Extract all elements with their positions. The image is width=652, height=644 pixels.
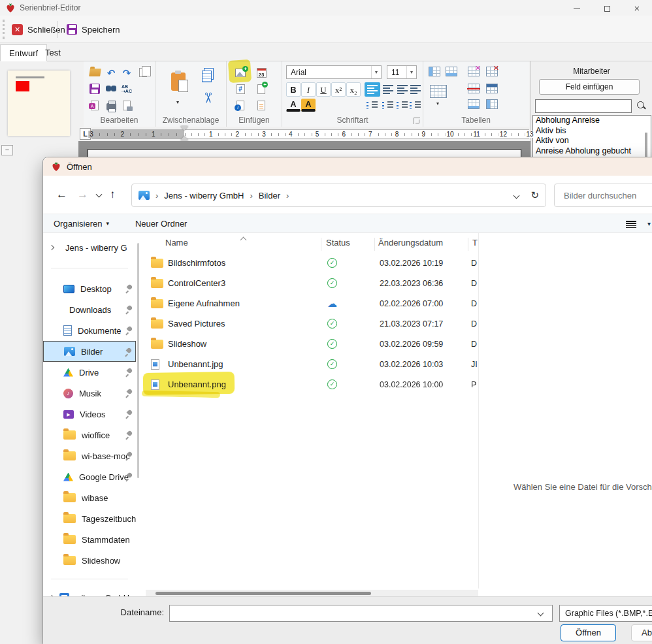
paste-dropdown[interactable]: ▾ bbox=[172, 98, 183, 106]
superscript-button[interactable]: x² bbox=[331, 82, 346, 97]
back-button[interactable]: ← bbox=[56, 188, 67, 201]
sidebar-item-drive[interactable]: Drive bbox=[43, 362, 136, 383]
organize-menu[interactable]: Organisieren ▾ bbox=[54, 219, 109, 229]
close-window-button[interactable]: × bbox=[622, 0, 652, 17]
save-button[interactable]: Speichern bbox=[63, 20, 124, 39]
cut-button[interactable]: ✂ bbox=[199, 89, 217, 107]
sidebar-item-wibase[interactable]: wibase bbox=[43, 487, 136, 508]
filetype-combo[interactable]: Graphic Files (*.BMP,*.EMF bbox=[559, 605, 652, 622]
print-preview-button[interactable] bbox=[120, 98, 134, 112]
cancel-button[interactable]: Abbrechen bbox=[631, 624, 652, 641]
tab-test[interactable]: Test bbox=[37, 44, 69, 61]
maximize-button[interactable] bbox=[592, 0, 622, 17]
sidebar-scrollbar[interactable] bbox=[137, 243, 139, 478]
sidebar-item-videos[interactable]: Videos bbox=[43, 404, 136, 425]
subscript-button[interactable]: x₂ bbox=[346, 82, 361, 97]
sidebar-item-wiberry-gmbh[interactable]: wiberry GmbH bbox=[43, 587, 136, 596]
font-name-combo[interactable]: Arial ▾ bbox=[286, 65, 382, 79]
filename-input[interactable] bbox=[169, 605, 553, 622]
copy-button[interactable] bbox=[199, 67, 217, 84]
sidebar-item-bilder[interactable]: Bilder bbox=[43, 341, 136, 362]
insert-image-button[interactable] bbox=[233, 65, 248, 80]
field-list-item-anreise-abholung-gebucht[interactable]: Anreise Abholung gebucht bbox=[533, 146, 651, 157]
file-row-slideshow[interactable]: Slideshow03.02.2026 09:59D bbox=[146, 334, 478, 354]
bold-button[interactable]: B bbox=[286, 82, 301, 97]
delete-column-button[interactable]: ✕ bbox=[468, 67, 480, 76]
sidebar-item-wi-base-moc[interactable]: wi-base-moc bbox=[43, 445, 136, 466]
column-header-status[interactable]: Status bbox=[326, 238, 350, 248]
fields-list-scrollbar[interactable] bbox=[645, 133, 647, 160]
insert-page-button[interactable] bbox=[254, 82, 269, 96]
insert-column-left-button[interactable] bbox=[429, 67, 440, 76]
print-button[interactable] bbox=[104, 98, 118, 112]
insert-info-button[interactable] bbox=[233, 98, 248, 112]
open-button-dialog[interactable]: Öffnen bbox=[561, 624, 616, 641]
field-search-input[interactable] bbox=[535, 99, 632, 113]
toolbar-grip[interactable] bbox=[3, 20, 5, 39]
italic-button[interactable]: I bbox=[301, 82, 316, 97]
insert-date-button[interactable]: 23 bbox=[254, 65, 269, 80]
font-name-dropdown-icon[interactable]: ▾ bbox=[371, 66, 381, 78]
sidebar-item-slideshow[interactable]: Slideshow bbox=[43, 550, 136, 571]
sidebar-item-musik[interactable]: Musik bbox=[43, 383, 136, 404]
align-justify-button[interactable] bbox=[408, 82, 423, 97]
font-color-button[interactable]: A bbox=[286, 99, 301, 112]
font-dialog-launcher-icon[interactable] bbox=[414, 118, 420, 124]
bullet-list-button[interactable] bbox=[380, 99, 396, 113]
font-size-combo[interactable]: 11 ▾ bbox=[387, 65, 417, 79]
insert-number-button[interactable]: # bbox=[233, 82, 248, 96]
delete-table-button[interactable]: ✕ bbox=[486, 67, 498, 76]
close-editor-button[interactable]: ✕ Schließen bbox=[8, 20, 69, 39]
view-mode-icon[interactable] bbox=[626, 221, 636, 228]
page-thumbnail[interactable] bbox=[8, 71, 70, 136]
undo-button[interactable]: ↶ bbox=[104, 65, 118, 80]
field-list-item-aktiv-von[interactable]: Aktiv von bbox=[533, 136, 651, 146]
file-row-controlcenter3[interactable]: ControlCenter322.03.2023 06:36D bbox=[146, 273, 478, 293]
first-line-indent-marker[interactable] bbox=[180, 126, 188, 131]
sidebar-item-google-drive[interactable]: Google Drive bbox=[43, 466, 136, 487]
sidebar-item-desktop[interactable]: Desktop bbox=[43, 278, 136, 299]
highlight-color-button[interactable]: A bbox=[301, 99, 316, 112]
file-row-unbenannt-png[interactable]: Unbenannt.png03.02.2026 10:00P bbox=[146, 374, 478, 394]
insert-table-button[interactable] bbox=[430, 85, 447, 98]
insert-textblock-button[interactable] bbox=[254, 98, 269, 112]
export-pdf-button[interactable] bbox=[88, 98, 102, 112]
breadcrumb-item-onedrive[interactable]: Jens - wiberry GmbH bbox=[164, 191, 244, 201]
duplicate-page-button[interactable] bbox=[136, 65, 150, 80]
file-row-saved-pictures[interactable]: Saved Pictures21.03.2023 07:17D bbox=[146, 314, 478, 334]
underline-button[interactable]: U bbox=[316, 82, 331, 97]
save-document-button[interactable] bbox=[88, 82, 102, 96]
document-page-edge[interactable] bbox=[88, 149, 521, 157]
table-header-button[interactable] bbox=[486, 84, 498, 93]
breadcrumb-bar[interactable]: › Jens - wiberry GmbH › Bilder › ↻ bbox=[131, 184, 546, 207]
horizontal-scrollbar-thumb[interactable] bbox=[155, 592, 371, 595]
column-header-typ[interactable]: T bbox=[472, 238, 478, 248]
paste-button[interactable] bbox=[169, 71, 188, 93]
file-row-eigene-aufnahmen[interactable]: Eigene Aufnahmen02.02.2026 07:00D bbox=[146, 293, 478, 314]
split-cells-button[interactable] bbox=[468, 99, 480, 109]
refresh-icon[interactable]: ↻ bbox=[530, 189, 539, 201]
field-list-item-abholung-anreise[interactable]: Abholung Anreise bbox=[533, 116, 651, 126]
search-magnifier-icon[interactable] bbox=[636, 101, 647, 111]
merge-cells-button[interactable] bbox=[486, 99, 498, 109]
column-header-date[interactable]: Änderungsdatum bbox=[378, 238, 443, 248]
decrease-indent-button[interactable] bbox=[408, 99, 423, 113]
breadcrumb-item-bilder[interactable]: Bilder bbox=[259, 191, 280, 201]
horizontal-ruler[interactable]: 32112345678910111213 bbox=[91, 129, 529, 139]
minimize-button[interactable] bbox=[562, 0, 592, 17]
sidebar-item-downloads[interactable]: Downloads bbox=[43, 299, 136, 320]
align-center-button[interactable] bbox=[380, 82, 396, 97]
find-button[interactable] bbox=[104, 82, 118, 96]
delete-row-button[interactable] bbox=[468, 84, 480, 93]
up-button[interactable]: ↑ bbox=[110, 188, 116, 201]
sidebar-item-dokumente[interactable]: Dokumente bbox=[43, 320, 136, 341]
recent-locations-chevron[interactable] bbox=[96, 191, 103, 198]
sidebar-item-stammdaten[interactable]: Stammdaten bbox=[43, 529, 136, 550]
expand-chevron-icon[interactable] bbox=[49, 245, 54, 250]
insert-field-button[interactable]: Feld einfügen bbox=[539, 79, 640, 95]
sidebar-item-wioffice[interactable]: wioffice bbox=[43, 425, 136, 445]
field-list-item-aktiv-bis[interactable]: Aktiv bis bbox=[533, 126, 651, 137]
insert-row-below-button[interactable] bbox=[446, 67, 457, 76]
column-header-name[interactable]: Name bbox=[165, 238, 188, 248]
view-mode-dropdown-icon[interactable]: ▾ bbox=[647, 220, 651, 227]
